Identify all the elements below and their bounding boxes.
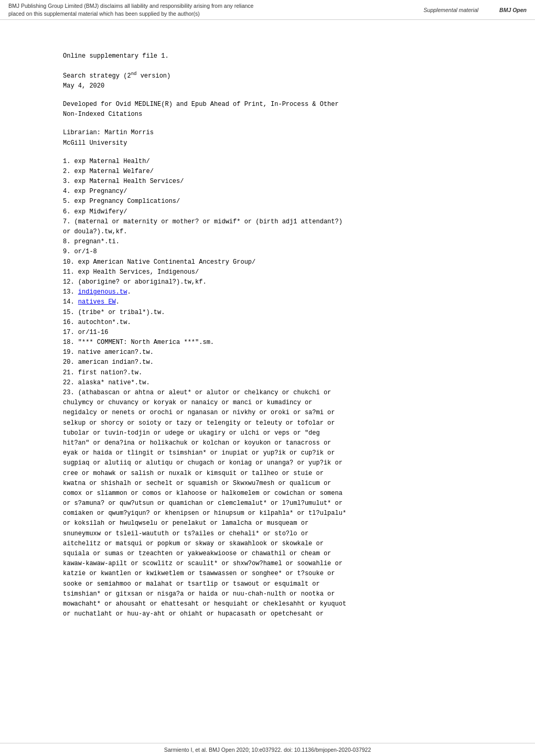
item-19: 19. native american?.tw. <box>63 348 472 358</box>
header-left: BMJ Publishing Group Limited (BMJ) discl… <box>8 2 253 17</box>
item-17: 17. or/11-16 <box>63 328 472 338</box>
item-15: 15. (tribe* or tribal*).tw. <box>63 308 472 318</box>
librarian-text: Librarian: Martin Morris McGill Universi… <box>63 128 472 148</box>
item-21: 21. first nation?.tw. <box>63 368 472 378</box>
journal-name: BMJ Open <box>499 7 527 13</box>
item-12: 12. (aborigine? or aboriginal?).tw,kf. <box>63 277 472 287</box>
item-6: 6. exp Midwifery/ <box>63 207 472 217</box>
developed-for-section: Developed for Ovid MEDLINE(R) and Epub A… <box>63 100 472 120</box>
item-9: 9. or/1-8 <box>63 247 472 257</box>
search-strategy-section: Search strategy (2nd version) May 4, 202… <box>63 70 472 91</box>
header-left-line1: BMJ Publishing Group Limited (BMJ) discl… <box>8 2 253 10</box>
footer-citation: Sarmiento I, et al. BMJ Open 2020; 10:e0… <box>164 747 371 753</box>
item-14: 14. natives EW. <box>63 297 472 307</box>
item-1: 1. exp Maternal Health/ <box>63 157 472 167</box>
item-16: 16. autochton*.tw. <box>63 318 472 328</box>
main-content: Online supplementary file 1. Search stra… <box>0 20 535 659</box>
search-items-section: 1. exp Maternal Health/ 2. exp Maternal … <box>63 157 472 620</box>
item-2: 2. exp Maternal Welfare/ <box>63 167 472 177</box>
item-4: 4. exp Pregnancy/ <box>63 187 472 197</box>
developed-for-text: Developed for Ovid MEDLINE(R) and Epub A… <box>63 100 472 120</box>
supplemental-label: Supplemental material <box>424 7 478 13</box>
online-supplementary-title: Online supplementary file 1. <box>63 51 472 61</box>
header-left-line2: placed on this supplemental material whi… <box>8 10 253 18</box>
search-strategy-heading: Search strategy (2nd version) <box>63 70 472 81</box>
item-5: 5. exp Pregnancy Complications/ <box>63 197 472 207</box>
item-20: 20. american indian?.tw. <box>63 358 472 368</box>
item-3: 3. exp Maternal Health Services/ <box>63 177 472 187</box>
item-8: 8. pregnan*.ti. <box>63 237 472 247</box>
item-18: 18. "*** COMMENT: North America ***".sm. <box>63 338 472 348</box>
item-22: 22. alaska* native*.tw. <box>63 378 472 388</box>
search-date: May 4, 2020 <box>63 81 472 91</box>
item-23: 23. (athabascan or ahtna or aleut* or al… <box>63 388 472 619</box>
title-section: Online supplementary file 1. <box>63 51 472 61</box>
item-11: 11. exp Health Services, Indigenous/ <box>63 267 472 277</box>
page-header: BMJ Publishing Group Limited (BMJ) discl… <box>0 0 535 20</box>
item-7: 7. (maternal or maternity or mother? or … <box>63 217 472 237</box>
item-13: 13. indigenous.tw. <box>63 287 472 297</box>
indigenous-link[interactable]: indigenous.tw <box>78 288 127 296</box>
librarian-section: Librarian: Martin Morris McGill Universi… <box>63 128 472 148</box>
natives-link[interactable]: natives EW <box>78 298 116 306</box>
page-footer: Sarmiento I, et al. BMJ Open 2020; 10:e0… <box>0 743 535 756</box>
item-10: 10. exp American Native Continental Ance… <box>63 257 472 267</box>
